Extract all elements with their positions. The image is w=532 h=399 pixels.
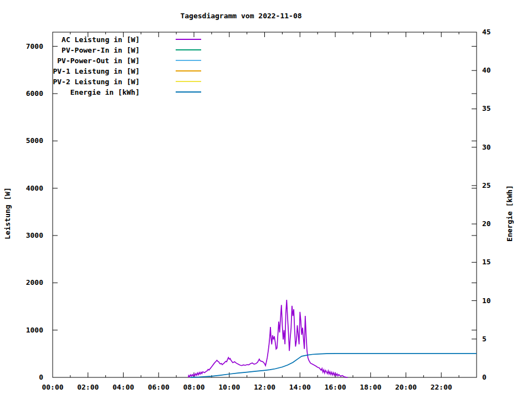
legend-label: PV-Power-Out in [W] xyxy=(0,55,140,66)
y-right-tick-label: 30 xyxy=(482,143,509,152)
x-tick-label: 06:00 xyxy=(141,383,176,392)
y-left-tick-label: 5000 xyxy=(11,136,43,145)
series-line-0 xyxy=(188,300,348,377)
y-left-tick-label: 1000 xyxy=(11,326,43,335)
y-right-tick-label: 40 xyxy=(482,66,509,75)
x-tick-label: 02:00 xyxy=(70,383,106,392)
x-tick-label: 08:00 xyxy=(176,383,212,392)
legend-line-swatch xyxy=(176,91,201,93)
legend-label: PV-2 Leistung in [W] xyxy=(0,76,140,87)
legend-item-pv-power-out: PV-Power-Out in [W] xyxy=(0,55,211,66)
x-tick-label: 18:00 xyxy=(353,383,388,392)
daily-pv-chart: Tagesdiagramm vom 2022-11-08 Leistung [W… xyxy=(0,0,532,399)
y-left-tick-label: 2000 xyxy=(11,278,43,287)
y-left-tick-label: 7000 xyxy=(11,42,43,51)
y-right-tick-label: 0 xyxy=(482,373,509,382)
y-right-tick-label: 5 xyxy=(482,335,509,344)
y-right-tick-label: 45 xyxy=(482,28,509,37)
x-tick-label: 10:00 xyxy=(212,383,247,392)
legend-line-swatch xyxy=(176,39,201,40)
y-left-tick-label: 6000 xyxy=(11,89,43,98)
y-right-tick-label: 15 xyxy=(482,258,509,267)
legend-line-swatch xyxy=(176,49,201,50)
legend-line-swatch xyxy=(176,60,201,61)
left-axis-title: Leistung [W] xyxy=(3,152,12,274)
y-left-tick-label: 4000 xyxy=(11,184,43,193)
x-tick-label: 04:00 xyxy=(106,383,141,392)
y-right-tick-label: 25 xyxy=(482,181,509,190)
x-tick-label: 20:00 xyxy=(388,383,424,392)
legend-label: PV-1 Leistung in [W] xyxy=(0,66,140,76)
x-tick-label: 12:00 xyxy=(247,383,283,392)
legend-line-swatch xyxy=(176,70,201,71)
y-left-tick-label: 3000 xyxy=(11,231,43,240)
y-left-tick-label: 0 xyxy=(11,373,43,382)
x-tick-label: 14:00 xyxy=(282,383,318,392)
legend-line-swatch xyxy=(176,81,201,82)
x-tick-label: 16:00 xyxy=(318,383,353,392)
legend-item-pv2-leistung: PV-2 Leistung in [W] xyxy=(0,76,211,87)
y-right-tick-label: 35 xyxy=(482,104,509,113)
legend-item-pv1-leistung: PV-1 Leistung in [W] xyxy=(0,66,211,76)
y-right-tick-label: 10 xyxy=(482,296,509,305)
x-tick-label: 00:00 xyxy=(35,383,70,392)
chart-title: Tagesdiagramm vom 2022-11-08 xyxy=(0,12,482,20)
y-right-tick-label: 20 xyxy=(482,219,509,228)
x-tick-label: 22:00 xyxy=(423,383,459,392)
right-axis-title: Energie [kWh] xyxy=(505,152,514,274)
